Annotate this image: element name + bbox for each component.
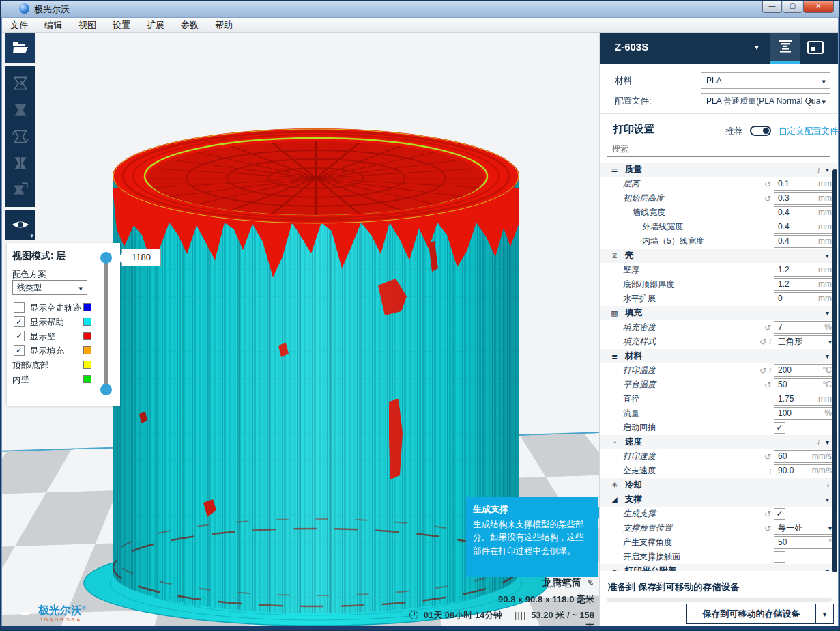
color-swatch — [83, 346, 91, 354]
undo-icon[interactable]: ↺ — [759, 366, 766, 376]
layer-slider[interactable] — [104, 254, 108, 393]
section-header-material[interactable]: ≣材料▾ — [600, 349, 839, 363]
print-time: 01天 08小时 14分钟 — [424, 610, 503, 620]
menu-扩展[interactable]: 扩展 — [139, 18, 173, 32]
legend-row: 显示空走轨迹 — [7, 300, 120, 315]
value-input[interactable]: 50° — [774, 536, 835, 549]
material-select[interactable]: PLA ▾ — [701, 72, 830, 89]
menu-编辑[interactable]: 编辑 — [36, 18, 70, 32]
tooltip-body: 生成结构来支撑模型的某些部分。如果没有这些结构，这些部件在打印过程中会倒塌。 — [473, 518, 592, 558]
unit-label: % — [824, 408, 832, 419]
value-input[interactable]: 0.4mm — [774, 221, 835, 234]
settings-scrollbar[interactable] — [832, 169, 837, 572]
menu-参数[interactable]: 参数 — [173, 18, 207, 32]
value-input[interactable]: 0mm — [774, 292, 835, 305]
mirror-tool-icon[interactable] — [12, 154, 29, 172]
unit-label: mm — [818, 236, 832, 247]
machine-name[interactable]: Z-603S — [615, 41, 648, 53]
setting-row: 打印温度↺i200°C — [600, 363, 839, 378]
section-header-infill[interactable]: ▦填充▾ — [600, 306, 839, 320]
custom-profiles-link[interactable]: 自定义配置文件 — [779, 126, 839, 137]
setting-label: 直径 — [600, 393, 639, 405]
section-header-shell[interactable]: ⧖壳▾ — [600, 249, 839, 263]
value-input[interactable]: 0.3mm — [774, 192, 835, 205]
undo-icon[interactable]: ↺ — [764, 323, 771, 333]
chevron-down-icon[interactable]: ▾ — [755, 42, 759, 52]
close-button[interactable]: ✕ — [803, 0, 834, 13]
undo-icon[interactable]: ↺ — [764, 509, 771, 519]
value-input[interactable]: 1.2mm — [774, 264, 835, 277]
checkbox[interactable]: ✓ — [774, 508, 785, 520]
value-input[interactable]: 1.75mm — [774, 393, 835, 406]
view-mode-button[interactable]: ▾ — [5, 210, 35, 240]
speed-icon: ◔ — [609, 438, 620, 447]
setting-label: 填充样式 — [600, 336, 656, 348]
value-input[interactable]: 0.1mm — [774, 178, 835, 191]
maximize-button[interactable]: ▢ — [783, 0, 802, 13]
per-model-settings-icon[interactable] — [12, 181, 29, 199]
menu-文件[interactable]: 文件 — [2, 18, 36, 32]
color-scheme-select[interactable]: 线类型 ▾ — [12, 280, 87, 295]
save-options-chevron-icon[interactable]: ▾ — [815, 604, 833, 623]
section-header-quality[interactable]: ☰质量i▾ — [600, 163, 839, 177]
titlebar[interactable]: 极光尔沃 — ▢ ✕ — [0, 0, 840, 18]
recommended-custom-toggle[interactable] — [750, 126, 771, 136]
setting-row: 打印速度↺60mm/s — [600, 449, 839, 464]
undo-icon[interactable]: ↺ — [764, 380, 771, 390]
undo-icon[interactable]: ↺ — [759, 337, 766, 347]
open-file-button[interactable] — [5, 33, 35, 63]
value-input[interactable]: 60mm/s — [774, 450, 835, 463]
edit-name-icon[interactable]: ✎ — [587, 578, 594, 588]
value-input[interactable]: 0.4mm — [774, 206, 835, 219]
scale-tool-icon[interactable] — [12, 101, 29, 119]
cooling-icon: ✳ — [609, 481, 620, 490]
checkbox[interactable]: ✓ — [774, 422, 785, 434]
undo-icon[interactable]: ↺ — [764, 180, 771, 189]
layers-icon: ☰ — [609, 165, 620, 174]
profile-select[interactable]: PLA 普通质量(PLA Normal Qua ★ ▾ — [701, 93, 830, 109]
color-scheme-label: 配色方案 — [12, 269, 46, 281]
value-select[interactable]: 三角形▾ — [774, 335, 835, 348]
value-select[interactable]: 每一处▾ — [774, 522, 835, 535]
save-to-removable-button[interactable]: 保存到可移动的存储设备 ▾ — [686, 604, 834, 624]
section-header-cooling[interactable]: ✳冷却‹ — [600, 478, 839, 492]
value-input[interactable]: 0.4mm — [774, 235, 835, 248]
rotate-tool-icon[interactable] — [12, 128, 29, 145]
section-header-support[interactable]: ◢支撑▾ — [600, 492, 839, 507]
search-input[interactable] — [607, 141, 830, 156]
legend-checkbox[interactable]: ✓ — [14, 345, 25, 356]
value-input[interactable]: 50°C — [774, 378, 835, 391]
value-input[interactable]: 7% — [774, 321, 835, 334]
legend-checkbox[interactable]: ✓ — [14, 316, 25, 327]
chevron-down-icon: ▾ — [826, 352, 829, 360]
value-input[interactable]: 200°C — [774, 364, 835, 377]
menu-设置[interactable]: 设置 — [104, 18, 139, 32]
layer-slider-bottom-handle[interactable] — [100, 384, 112, 395]
color-swatch — [83, 303, 91, 311]
legend-checkbox[interactable]: ✓ — [14, 331, 25, 341]
value-input[interactable]: 90.0mm/s — [774, 464, 835, 477]
section-header-adhesion[interactable]: ≡打印平台附着▾ — [600, 564, 839, 571]
undo-icon[interactable]: ↺ — [764, 194, 771, 204]
undo-icon[interactable]: ↺ — [764, 524, 771, 533]
recommended-label: 推荐 — [725, 126, 742, 137]
settings-search[interactable] — [607, 141, 830, 157]
setting-row: 空走速度i90.0mm/s — [600, 464, 839, 478]
layer-slider-top-handle[interactable] — [100, 252, 112, 264]
tab-monitor[interactable] — [800, 31, 830, 64]
checkbox[interactable] — [774, 551, 785, 563]
undo-icon[interactable]: ↺ — [764, 452, 771, 462]
value-input[interactable]: 100% — [774, 407, 835, 420]
minimize-button[interactable]: — — [762, 0, 782, 13]
menu-帮助[interactable]: 帮助 — [207, 18, 241, 32]
settings-list: ☰质量i▾层高↺0.1mm初始层高度↺0.3mm墙线宽度0.4mm外墙线宽度0.… — [600, 163, 839, 571]
value-input[interactable]: 1.2mm — [774, 278, 835, 291]
legend-checkbox[interactable] — [14, 302, 25, 313]
section-header-speed[interactable]: ◔速度i▾ — [600, 435, 839, 449]
move-tool-icon[interactable] — [12, 74, 29, 92]
color-swatch — [83, 332, 91, 340]
setting-label: 生成支撑 — [600, 508, 656, 520]
menu-视图[interactable]: 视图 — [70, 18, 104, 32]
filament-icon: |||| — [515, 610, 527, 620]
tab-prepare-slice[interactable] — [770, 31, 800, 64]
